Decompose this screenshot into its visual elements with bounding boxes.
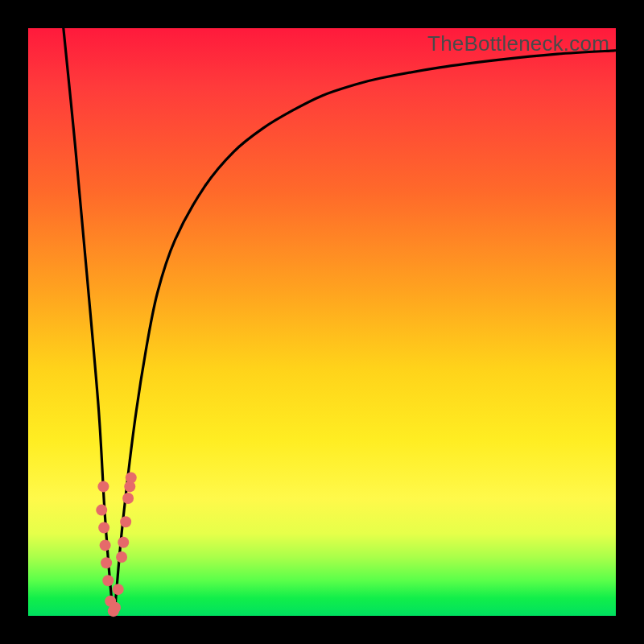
bottleneck-curve bbox=[64, 28, 616, 616]
plot-area: TheBottleneck.com bbox=[28, 28, 616, 616]
marker-dot bbox=[122, 493, 134, 504]
bottleneck-curve-svg bbox=[28, 28, 616, 616]
marker-dot bbox=[118, 537, 129, 548]
marker-dot bbox=[97, 481, 109, 492]
marker-dot bbox=[98, 522, 109, 534]
marker-dot bbox=[126, 472, 137, 483]
marker-dot bbox=[113, 584, 124, 595]
marker-dot bbox=[116, 551, 127, 563]
marker-dot bbox=[100, 539, 111, 551]
marker-dot bbox=[120, 516, 131, 527]
marker-dot bbox=[109, 602, 121, 613]
marker-dot bbox=[102, 575, 114, 586]
chart-frame: TheBottleneck.com bbox=[0, 0, 644, 644]
marker-dot bbox=[96, 505, 107, 516]
marker-dot bbox=[101, 557, 112, 568]
